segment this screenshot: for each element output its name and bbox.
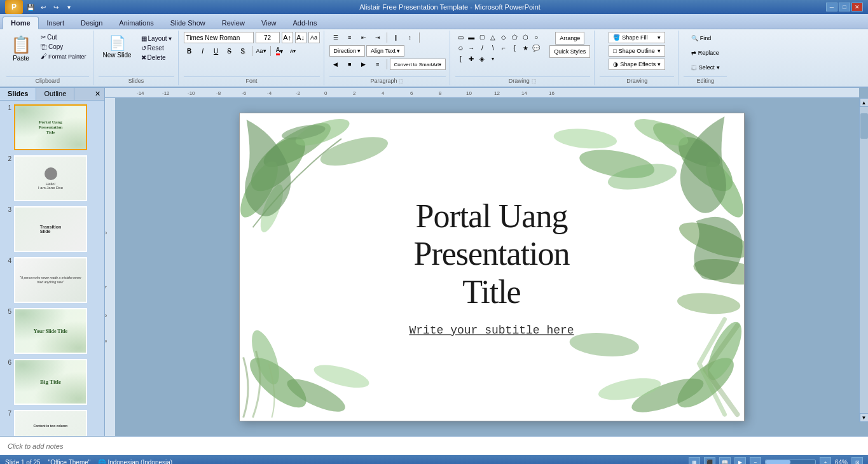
slide-main-title[interactable]: Portal UangPresentationTitle: [409, 197, 574, 311]
align-text-button[interactable]: Align Text ▾: [366, 45, 404, 57]
scroll-thumb[interactable]: [860, 113, 868, 139]
line-spacing-button[interactable]: ↕: [404, 32, 417, 43]
increase-font-button[interactable]: A↑: [282, 32, 293, 43]
font-name-input[interactable]: [184, 32, 254, 43]
zoom-out-button[interactable]: −: [750, 457, 761, 464]
reading-view-button[interactable]: 📖: [719, 457, 731, 464]
list-item[interactable]: 2 Hello! I am Jane Doe: [3, 154, 102, 202]
columns-button[interactable]: ∥: [390, 32, 403, 43]
shape-hexagon[interactable]: ⬡: [520, 32, 530, 42]
shape-circle[interactable]: ○: [531, 32, 541, 42]
copy-button[interactable]: ⿻ Copy: [38, 43, 89, 51]
change-case-button[interactable]: Aa▾: [256, 45, 267, 57]
slide-subtitle[interactable]: Write your subtitle here: [409, 324, 574, 337]
list-item[interactable]: 3 TransitionSlide: [3, 205, 102, 253]
shape-curly[interactable]: {: [509, 43, 520, 53]
scroll-down-button[interactable]: ▼: [860, 413, 869, 422]
shape-rect2[interactable]: ▬: [466, 32, 476, 42]
list-item[interactable]: 7 Content in two column: [3, 409, 102, 436]
scroll-track[interactable]: [860, 107, 868, 413]
shape-line1[interactable]: /: [477, 43, 487, 53]
minimize-btn[interactable]: ─: [826, 3, 837, 11]
font-size-input[interactable]: [256, 32, 280, 43]
tab-addins[interactable]: Add-Ins: [285, 17, 326, 29]
shape-arrow[interactable]: →: [466, 43, 476, 53]
zoom-bar[interactable]: [765, 460, 816, 464]
strikethrough-button[interactable]: S: [224, 45, 235, 57]
shape-bracket[interactable]: [: [455, 53, 465, 64]
office-logo[interactable]: P: [5, 0, 23, 14]
bullets-button[interactable]: ☰: [329, 32, 342, 43]
list-item[interactable]: 4 "A person who never made a mistake nev…: [3, 256, 102, 304]
align-left-button[interactable]: ◀: [329, 59, 342, 70]
delete-button[interactable]: ✖ Delete: [139, 53, 174, 62]
clear-format-button[interactable]: Aa: [308, 32, 320, 43]
slide-preview[interactable]: Hello! I am Jane Doe: [14, 155, 87, 201]
cut-button[interactable]: ✂ Cut: [38, 33, 89, 41]
numbering-button[interactable]: ≡: [343, 32, 356, 43]
new-slide-button[interactable]: 📄 New Slide: [99, 32, 136, 62]
shape-rect[interactable]: ▭: [455, 32, 465, 42]
slide-content[interactable]: Portal UangPresentationTitle Write your …: [409, 197, 574, 337]
quick-styles-button[interactable]: Quick Styles: [549, 45, 590, 58]
slide-preview[interactable]: Your Slide Title: [14, 308, 87, 354]
shape-triangle[interactable]: △: [488, 32, 498, 42]
slide-preview[interactable]: Big Title: [14, 359, 87, 405]
list-item[interactable]: 1 Portal UangPresentationTitle: [3, 103, 102, 151]
tab-animations[interactable]: Animations: [111, 17, 162, 29]
shape-more[interactable]: ▾: [488, 53, 498, 64]
notes-area[interactable]: Click to add notes: [0, 436, 868, 455]
shape-pentagon[interactable]: ⬠: [509, 32, 520, 42]
slide-preview[interactable]: Portal UangPresentationTitle: [14, 104, 87, 150]
align-right-button[interactable]: ▶: [357, 59, 370, 70]
shape-cross[interactable]: ✚: [466, 53, 476, 64]
shape-smiley[interactable]: ☺: [455, 43, 465, 53]
layout-button[interactable]: ▦ Layout ▾: [139, 34, 174, 43]
slideshow-button[interactable]: ▶: [734, 457, 746, 464]
shape-line2[interactable]: \: [488, 43, 498, 53]
bold-button[interactable]: B: [184, 45, 195, 57]
justify-button[interactable]: ≡: [371, 59, 384, 70]
scroll-up-button[interactable]: ▲: [860, 98, 869, 107]
find-button[interactable]: 🔍 Find: [688, 32, 715, 45]
highlight-button[interactable]: A▾: [287, 45, 299, 57]
sidebar-tab-outline[interactable]: Outline: [36, 88, 74, 100]
close-btn[interactable]: ✕: [851, 3, 863, 11]
normal-view-button[interactable]: ▦: [689, 457, 700, 464]
decrease-indent-button[interactable]: ⇤: [357, 32, 370, 43]
shape-fill-button[interactable]: 🪣 Shape Fill ▾: [609, 32, 665, 43]
text-direction-button[interactable]: Direction ▾: [329, 45, 366, 57]
shape-custom1[interactable]: ◈: [477, 53, 487, 64]
shape-star[interactable]: ★: [520, 43, 530, 53]
slide-preview[interactable]: "A person who never made a mistake never…: [14, 257, 87, 303]
qat-undo[interactable]: ↩: [38, 2, 48, 12]
shadow-button[interactable]: S: [237, 45, 249, 57]
tab-design[interactable]: Design: [72, 17, 111, 29]
shape-diamond[interactable]: ◇: [499, 32, 509, 42]
shape-outline-button[interactable]: □ Shape Outline ▾: [609, 45, 665, 57]
vertical-scrollbar[interactable]: ▲ ▼: [859, 98, 868, 422]
tab-home[interactable]: Home: [3, 17, 39, 29]
sidebar-tab-slides[interactable]: Slides: [0, 88, 36, 100]
arrange-button[interactable]: Arrange: [555, 32, 584, 45]
zoom-in-button[interactable]: +: [820, 457, 831, 464]
tab-slideshow[interactable]: Slide Show: [162, 17, 214, 29]
qat-redo[interactable]: ↪: [51, 2, 61, 12]
convert-smartart-button[interactable]: Convert to SmartArt ▾: [390, 59, 446, 70]
list-item[interactable]: 6 Big Title: [3, 358, 102, 406]
slide-canvas[interactable]: Portal UangPresentationTitle Write your …: [239, 113, 745, 421]
center-button[interactable]: ■: [343, 59, 356, 70]
fit-window-button[interactable]: ⊡: [851, 457, 863, 464]
tab-insert[interactable]: Insert: [39, 17, 73, 29]
decrease-font-button[interactable]: A↓: [295, 32, 307, 43]
shape-rounded-rect[interactable]: ▢: [477, 32, 487, 42]
paste-button[interactable]: 📋 Paste: [6, 32, 36, 65]
underline-button[interactable]: U: [210, 45, 222, 57]
shape-effects-button[interactable]: ◑ Shape Effects ▾: [609, 59, 665, 70]
select-button[interactable]: ⬚ Select ▾: [688, 61, 723, 74]
replace-button[interactable]: ⇄ Replace: [688, 46, 722, 59]
increase-indent-button[interactable]: ⇥: [371, 32, 384, 43]
format-painter-button[interactable]: 🖌 Format Painter: [38, 52, 89, 60]
reset-button[interactable]: ↺ Reset: [139, 44, 174, 52]
italic-button[interactable]: I: [197, 45, 209, 57]
